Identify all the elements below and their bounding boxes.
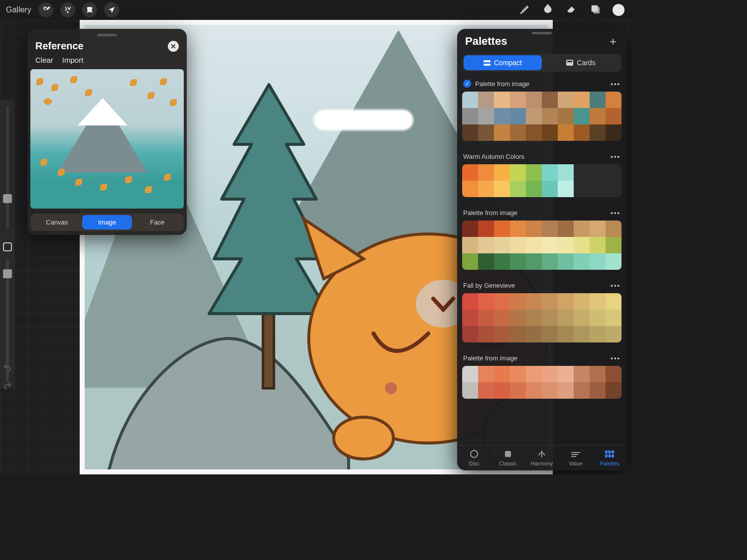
color-swatch[interactable] <box>558 92 574 108</box>
color-swatch[interactable] <box>558 326 574 342</box>
color-swatch[interactable] <box>574 293 590 310</box>
color-swatch[interactable] <box>606 124 622 141</box>
color-swatch[interactable] <box>510 293 526 310</box>
color-swatch[interactable] <box>606 382 622 399</box>
color-swatch[interactable] <box>558 221 574 237</box>
color-swatch[interactable] <box>558 164 574 181</box>
color-swatch[interactable] <box>478 164 494 181</box>
color-swatch[interactable] <box>590 253 606 270</box>
color-swatch[interactable] <box>542 326 558 342</box>
color-swatch[interactable] <box>462 366 478 382</box>
drag-handle-icon[interactable] <box>97 34 117 36</box>
color-swatch[interactable] <box>590 326 606 342</box>
color-swatch[interactable] <box>478 326 494 342</box>
color-swatch[interactable] <box>510 237 526 253</box>
color-swatch[interactable] <box>606 221 622 237</box>
color-swatch[interactable] <box>558 253 574 270</box>
color-swatch[interactable] <box>462 221 478 237</box>
color-swatch[interactable] <box>494 237 510 253</box>
color-swatch[interactable] <box>494 382 510 399</box>
color-swatch[interactable] <box>526 382 542 399</box>
color-swatch[interactable] <box>526 366 542 382</box>
color-swatch[interactable] <box>542 382 558 399</box>
color-swatch[interactable] <box>526 124 542 141</box>
color-swatch[interactable] <box>542 221 558 237</box>
reference-image[interactable] <box>30 69 184 209</box>
adjustments-icon[interactable] <box>60 2 75 17</box>
view-compact-button[interactable]: Compact <box>464 55 542 70</box>
color-swatch[interactable] <box>606 293 622 310</box>
color-swatch[interactable] <box>462 181 478 197</box>
color-swatch[interactable] <box>478 310 494 326</box>
smudge-icon[interactable] <box>542 3 554 17</box>
color-swatch[interactable] <box>590 366 606 382</box>
color-swatch[interactable] <box>558 310 574 326</box>
color-swatch[interactable] <box>574 108 590 124</box>
layers-icon[interactable] <box>590 3 601 16</box>
color-swatch[interactable] <box>606 181 622 197</box>
brush-icon[interactable] <box>519 3 530 16</box>
view-cards-button[interactable]: Cards <box>542 55 620 70</box>
color-swatch[interactable] <box>590 293 606 310</box>
color-swatch[interactable] <box>542 124 558 141</box>
color-swatch[interactable] <box>510 221 526 237</box>
color-swatch[interactable] <box>526 237 542 253</box>
color-swatch[interactable] <box>462 253 478 270</box>
palette-menu-icon[interactable]: ••• <box>611 80 621 88</box>
tab-face[interactable]: Face <box>132 215 182 229</box>
color-swatch[interactable] <box>462 293 478 310</box>
color-swatch[interactable] <box>478 221 494 237</box>
color-swatch[interactable] <box>462 164 478 181</box>
color-swatch[interactable] <box>478 382 494 399</box>
tab-harmony[interactable]: Harmony <box>525 446 559 470</box>
color-swatch[interactable] <box>494 164 510 181</box>
color-swatch[interactable] <box>494 253 510 270</box>
color-swatch[interactable] <box>494 326 510 342</box>
color-swatch[interactable] <box>590 181 606 197</box>
color-swatch[interactable] <box>558 108 574 124</box>
tab-value[interactable]: Value <box>559 446 593 470</box>
color-swatch[interactable] <box>478 124 494 141</box>
color-swatch[interactable] <box>606 164 622 181</box>
color-swatch[interactable] <box>574 124 590 141</box>
color-swatch[interactable] <box>478 92 494 108</box>
color-swatch[interactable] <box>510 124 526 141</box>
color-swatch[interactable] <box>462 124 478 141</box>
palette-name[interactable]: Palette from image <box>463 209 517 217</box>
palette-list[interactable]: ✓Palette from image•••Warm Autumn Colors… <box>457 78 626 445</box>
palette-menu-icon[interactable]: ••• <box>611 354 621 362</box>
color-swatch[interactable] <box>590 124 606 141</box>
color-swatch[interactable] <box>462 237 478 253</box>
color-swatch[interactable] <box>478 237 494 253</box>
color-swatch[interactable] <box>574 326 590 342</box>
color-swatch[interactable] <box>494 108 510 124</box>
color-swatch[interactable] <box>542 108 558 124</box>
color-icon[interactable] <box>613 4 624 16</box>
color-swatch[interactable] <box>574 164 590 181</box>
palette-name[interactable]: Fall by Genevieve <box>463 282 515 289</box>
tab-image[interactable]: Image <box>82 215 132 229</box>
color-swatch[interactable] <box>510 382 526 399</box>
color-swatch[interactable] <box>590 310 606 326</box>
color-swatch[interactable] <box>526 108 542 124</box>
undo-icon[interactable] <box>3 363 12 374</box>
color-swatch[interactable] <box>462 382 478 399</box>
color-swatch[interactable] <box>606 326 622 342</box>
color-swatch[interactable] <box>606 92 622 108</box>
color-swatch[interactable] <box>590 164 606 181</box>
clear-button[interactable]: Clear <box>35 56 53 64</box>
color-swatch[interactable] <box>494 92 510 108</box>
color-swatch[interactable] <box>590 108 606 124</box>
color-swatch[interactable] <box>526 92 542 108</box>
redo-icon[interactable] <box>3 381 12 392</box>
palette-name[interactable]: Palette from image <box>463 354 517 362</box>
color-swatch[interactable] <box>606 366 622 382</box>
color-swatch[interactable] <box>574 310 590 326</box>
tab-classic[interactable]: Classic <box>491 446 525 470</box>
color-swatch[interactable] <box>590 382 606 399</box>
palette-name[interactable]: Warm Autumn Colors <box>463 153 524 160</box>
color-swatch[interactable] <box>574 181 590 197</box>
palette-menu-icon[interactable]: ••• <box>611 282 621 289</box>
color-swatch[interactable] <box>558 124 574 141</box>
color-swatch[interactable] <box>590 221 606 237</box>
